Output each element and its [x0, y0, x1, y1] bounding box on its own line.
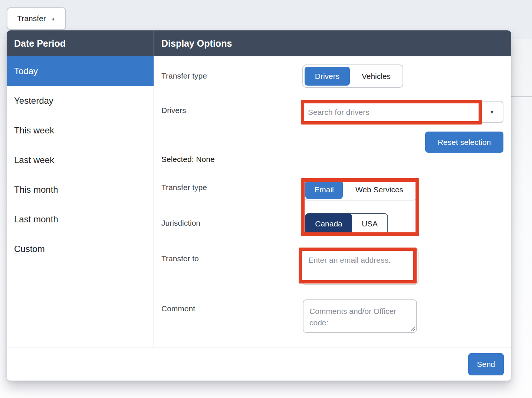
transfer-method-segmented-control: Email Web Services: [305, 179, 417, 200]
transfer-to-field-wrap: [302, 248, 418, 285]
display-options-title: Display Options: [161, 38, 232, 49]
column-divider: [154, 56, 154, 348]
transfer-toggle-button[interactable]: Transfer ▲: [7, 7, 66, 30]
column-divider-dark: [154, 30, 154, 56]
chevron-up-icon: ▲: [51, 16, 56, 21]
date-period-item-this-month[interactable]: This month: [7, 175, 154, 205]
send-button[interactable]: Send: [468, 353, 504, 375]
drivers-search-input[interactable]: [307, 104, 476, 121]
drivers-dropdown-arrow-button[interactable]: ▼: [481, 102, 503, 122]
drivers-label: Drivers: [161, 106, 186, 115]
footer-divider: [7, 348, 511, 348]
email-option-button[interactable]: Email: [305, 180, 343, 199]
date-period-item-this-week[interactable]: This week: [7, 116, 154, 145]
selected-summary-text: Selected: None: [161, 155, 215, 164]
comment-label: Comment: [161, 304, 195, 314]
date-period-item-last-month[interactable]: Last month: [7, 205, 154, 234]
transfer-to-label: Transfer to: [161, 254, 199, 263]
drivers-option-button[interactable]: Drivers: [305, 67, 350, 86]
jurisdiction-label: Jurisdiction: [161, 218, 200, 228]
date-period-item-yesterday[interactable]: Yesterday: [7, 86, 154, 116]
date-period-title: Date Period: [14, 38, 66, 49]
display-options-header: Display Options: [154, 30, 511, 56]
jurisdiction-segmented-control: Canada USA: [305, 213, 388, 234]
usa-option-button[interactable]: USA: [352, 214, 387, 233]
transfer-dropdown-panel: Date Period Display Options Today Yester…: [7, 30, 511, 381]
date-period-header: Date Period: [7, 30, 154, 56]
screen: Transfer ▲ Date Period Display Options T…: [0, 0, 532, 398]
transfer-method-label: Transfer type: [161, 183, 207, 192]
canada-option-button[interactable]: Canada: [305, 213, 352, 234]
transfer-button-label: Transfer: [17, 14, 46, 23]
transfer-type-record-label: Transfer type: [161, 71, 207, 81]
vehicles-option-button[interactable]: Vehicles: [350, 65, 403, 87]
chevron-down-icon: ▼: [489, 109, 495, 115]
record-type-segmented-control: Drivers Vehicles: [302, 64, 403, 88]
drivers-search-combobox: ▼: [301, 101, 503, 123]
comment-textarea[interactable]: [303, 299, 417, 333]
web-services-option-button[interactable]: Web Services: [343, 179, 416, 200]
date-period-item-last-week[interactable]: Last week: [7, 145, 154, 175]
date-period-item-custom[interactable]: Custom: [7, 234, 154, 264]
reset-selection-button[interactable]: Reset selection: [425, 132, 503, 153]
transfer-to-textarea[interactable]: [302, 248, 418, 285]
comment-field-wrap: [303, 299, 417, 333]
date-period-item-today[interactable]: Today: [7, 56, 154, 86]
